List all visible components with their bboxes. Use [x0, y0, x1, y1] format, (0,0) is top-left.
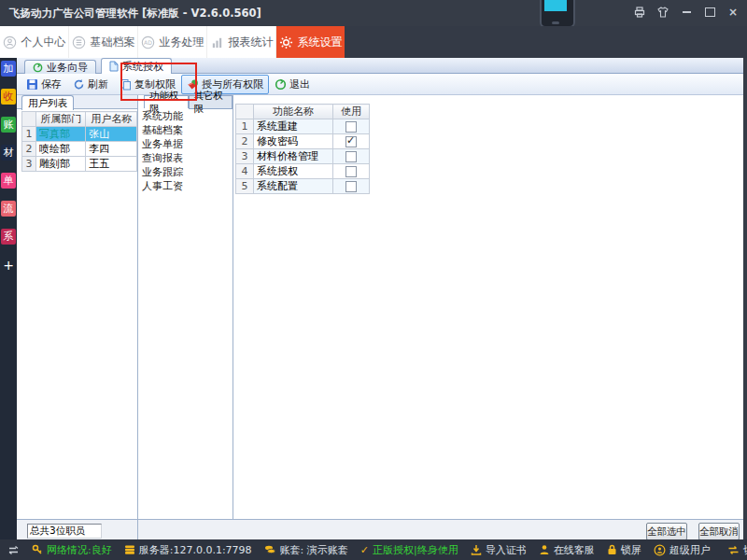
skin-icon[interactable] [656, 6, 669, 19]
use-checkbox[interactable] [345, 166, 357, 177]
nav-item-settings[interactable]: 系统设置 [276, 26, 345, 58]
svg-text:AD: AD [144, 38, 152, 45]
import-certificate-label: 导入证书 [486, 543, 527, 557]
tab-other-permissions[interactable]: 其它权限 [189, 95, 233, 109]
tree-item[interactable]: 人事工资 [142, 179, 183, 193]
col-use[interactable]: 使用 [333, 105, 370, 119]
save-label: 保存 [41, 77, 62, 91]
print-icon[interactable] [633, 6, 646, 19]
rail-badge-account[interactable]: 账 [1, 117, 16, 133]
tree-item[interactable]: 业务跟踪 [142, 165, 183, 179]
use-checkbox[interactable] [345, 151, 357, 162]
rail-badge-order[interactable]: 单 [1, 173, 16, 189]
phone-screen [544, 0, 567, 11]
table-row[interactable]: 3 材料价格管理 [236, 149, 370, 164]
save-button[interactable]: 保存 [21, 75, 67, 94]
select-all-button[interactable]: 全部选中 [646, 523, 687, 540]
tab-function-permissions[interactable]: 功能权限 [144, 95, 189, 108]
copy-icon [120, 78, 132, 91]
network-status: 网络情况:良好 [32, 543, 112, 557]
permission-panel: 功能权限 其它权限 系统功能 基础档案 业务单据 查询报表 业务跟踪 人事工资 [138, 95, 233, 519]
switch-user-label: 切换用户 [743, 543, 747, 557]
tree-item-root[interactable]: 系统功能 [142, 109, 183, 123]
table-row[interactable]: 1 写真部 张山 [22, 127, 137, 142]
col-department[interactable]: 所属部门 [36, 112, 86, 127]
document-icon [109, 61, 119, 72]
tree-item[interactable]: 查询报表 [142, 151, 183, 165]
use-checkbox[interactable] [345, 181, 357, 192]
use-checkbox[interactable] [345, 136, 357, 147]
rail-add-button[interactable]: + [1, 257, 16, 273]
nav-item-personal[interactable]: 个人中心 [0, 26, 69, 58]
tab-user-list[interactable]: 用户列表 [21, 95, 74, 110]
import-certificate[interactable]: 导入证书 [471, 543, 527, 557]
divider [137, 520, 138, 540]
rail-badge-receive[interactable]: 收 [1, 89, 16, 105]
table-row[interactable]: 4 系统授权 [236, 164, 370, 179]
table-row[interactable]: 2 喷绘部 李四 [22, 142, 137, 157]
license-label: 正版授权|终身使用 [373, 543, 458, 557]
account-status: 账套: 演示账套 [264, 543, 348, 557]
tab-label: 业务向导 [47, 61, 88, 75]
online-service-label: 在线客服 [554, 543, 595, 557]
col-function-name[interactable]: 功能名称 [254, 105, 333, 119]
refresh-label: 刷新 [88, 77, 108, 91]
phone-button [552, 21, 559, 24]
close-icon[interactable]: × [726, 6, 740, 19]
rail-badge-system[interactable]: 系 [1, 229, 16, 245]
maximize-icon[interactable] [703, 6, 716, 19]
online-service[interactable]: 在线客服 [539, 543, 595, 557]
switch-user[interactable]: 切换用户 [727, 543, 747, 557]
nav-item-archives[interactable]: 基础档案 [69, 26, 138, 58]
nav-item-reports[interactable]: 报表统计 [207, 26, 276, 58]
refresh-icon [73, 78, 85, 91]
table-row[interactable]: 2 修改密码 [236, 134, 370, 149]
check-icon: ✓ [360, 544, 369, 556]
exit-label: 退出 [289, 77, 310, 91]
window-controls: × [633, 6, 740, 19]
table-row[interactable]: 5 系统配置 [236, 179, 370, 194]
nav-label: 业务处理 [160, 35, 204, 50]
super-user-label: 超级用户 [669, 543, 711, 557]
tab-system-authorize[interactable]: 系统授权 [101, 58, 172, 74]
col-username[interactable]: 用户名称 [86, 112, 137, 127]
window-title: 飞扬动力广告公司管理软件 [标准版 - V2.6.0.560] [9, 7, 261, 21]
sync-icon [7, 545, 20, 555]
tree-item[interactable]: 基础档案 [142, 123, 183, 137]
rail-badge-add[interactable]: 加 [1, 61, 16, 77]
table-row[interactable]: 3 雕刻部 王五 [22, 157, 137, 172]
status-bar: 网络情况:良好 服务器:127.0.0.1:7798 账套: 演示账套 ✓ 正版… [0, 539, 747, 560]
tree-item[interactable]: 业务单据 [142, 137, 183, 151]
server-label: 服务器:127.0.0.1:7798 [139, 543, 252, 557]
user-table-header: 所属部门 用户名称 [22, 112, 137, 127]
super-user[interactable]: 超级用户 [654, 543, 711, 557]
document-tabstrip: 业务向导 系统授权 [17, 58, 743, 74]
tab-business-wizard[interactable]: 业务向导 [24, 60, 96, 74]
minimize-icon[interactable] [680, 6, 693, 19]
function-table-header: 功能名称 使用 [236, 105, 370, 119]
list-icon [72, 35, 86, 49]
window-frame-right [743, 58, 747, 539]
network-label: 网络情况:良好 [47, 543, 112, 557]
user-list-panel: 用户列表 所属部门 用户名称 1 写真部 张山 2 喷绘部 李四 3 雕刻部 王… [17, 95, 138, 519]
license-status: ✓ 正版授权|终身使用 [360, 543, 458, 557]
coins-icon [264, 544, 276, 555]
phone-icon[interactable] [540, 0, 575, 26]
table-row[interactable]: 1 系统重建 [236, 119, 370, 134]
tab-label: 系统授权 [122, 60, 163, 74]
employee-count-status: 总共3位职员 [27, 524, 102, 539]
import-icon [471, 544, 482, 555]
statusbar-right: 超级用户 切换用户 [654, 543, 747, 557]
use-checkbox[interactable] [345, 121, 357, 133]
nav-item-business[interactable]: AD 业务处理 [138, 26, 207, 58]
rail-badge-material[interactable]: 材 [1, 145, 16, 161]
quick-rail: 加 收 账 材 单 流 系 + [0, 58, 17, 539]
user-circle-icon [654, 544, 666, 556]
exit-icon [275, 78, 287, 91]
chart-icon [210, 35, 224, 49]
exit-button[interactable]: 退出 [269, 75, 316, 94]
cancel-all-button[interactable]: 全部取消 [698, 523, 740, 540]
rail-badge-flow[interactable]: 流 [1, 201, 16, 217]
lock-screen[interactable]: 锁屏 [607, 543, 641, 557]
refresh-button[interactable]: 刷新 [67, 75, 114, 94]
